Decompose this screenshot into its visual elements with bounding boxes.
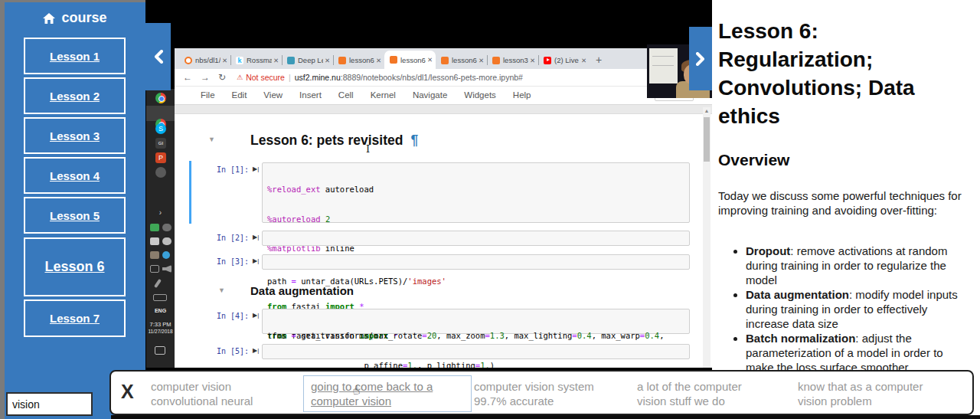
- notebook-toolbar-strip: [175, 104, 712, 114]
- tab-close-icon[interactable]: ✕: [427, 56, 433, 64]
- notebook-scrollbar[interactable]: ▲: [703, 107, 710, 368]
- tab-nbs-dl1[interactable]: nbs/dl1/ ✕: [179, 51, 230, 69]
- transcript-result-2-hovered[interactable]: going to come back to acomputer vision: [303, 375, 472, 412]
- code-cell-5[interactable]: doc(get_transforms): [262, 344, 690, 359]
- bullet-data-augmentation: Data augmentation: modify model inputs d…: [746, 287, 962, 331]
- tray-pen-icon[interactable]: [154, 279, 162, 288]
- sidebar-item-lesson-4[interactable]: Lesson 4: [24, 157, 126, 194]
- steam-icon[interactable]: [155, 167, 166, 178]
- transcript-result-3[interactable]: computer vision system99.7% accurate: [474, 379, 594, 408]
- address-bar[interactable]: usf2.mine.nu: [295, 73, 341, 82]
- tab-close-icon[interactable]: ✕: [530, 57, 535, 64]
- tab-rossmann[interactable]: k Rossmann ✕: [230, 51, 282, 69]
- tray-volume-icon[interactable]: [162, 265, 172, 273]
- language-indicator[interactable]: ENG: [146, 308, 175, 313]
- reload-icon[interactable]: ↻: [218, 72, 226, 83]
- transcript-search-input[interactable]: [6, 392, 93, 416]
- tab-close-icon[interactable]: ✕: [222, 57, 227, 64]
- cell-prompt: In [3]:: [217, 257, 249, 266]
- tray-app-icon[interactable]: [150, 251, 159, 259]
- tray-monitor-icon[interactable]: [150, 265, 159, 273]
- run-cell-icon[interactable]: ▶|: [253, 165, 259, 172]
- tray-app-green-icon[interactable]: [150, 224, 159, 231]
- overview-intro: Today we discuss some powerful technique…: [718, 188, 974, 218]
- notification-center-icon[interactable]: [155, 346, 165, 355]
- tray-cloud2-icon[interactable]: [162, 237, 172, 245]
- run-cell-icon[interactable]: ▶|: [253, 234, 259, 241]
- tab-youtube-live[interactable]: (2) Live Ev ✕: [538, 51, 590, 69]
- tab-close-icon[interactable]: ✕: [273, 57, 279, 64]
- forward-icon[interactable]: →: [201, 72, 210, 83]
- address-bar-path[interactable]: :8889/notebooks/nbs/dl1/lesson6-pets-mor…: [341, 73, 523, 82]
- not-secure-label[interactable]: Not secure: [246, 73, 285, 82]
- menu-edit[interactable]: Edit: [232, 90, 247, 100]
- menu-cell[interactable]: Cell: [338, 90, 354, 100]
- menu-insert[interactable]: Insert: [299, 90, 322, 100]
- tab-lesson6-pets-active[interactable]: lesson6-pe ✕: [384, 51, 436, 69]
- sidebar-collapse-button[interactable]: [145, 23, 171, 90]
- menu-file[interactable]: File: [201, 90, 215, 100]
- scrollbar-thumb[interactable]: [704, 117, 710, 162]
- transcript-result-5[interactable]: know that as a computervision problem: [798, 379, 923, 408]
- jupyter-favicon: [390, 56, 397, 64]
- url-divider: |: [289, 73, 291, 82]
- sidebar-item-lesson-7[interactable]: Lesson 7: [24, 300, 126, 337]
- date[interactable]: 11/27/2018: [146, 329, 175, 334]
- skype-icon[interactable]: S: [155, 123, 166, 134]
- scroll-up-icon[interactable]: ▲: [703, 108, 710, 113]
- transcript-result-4[interactable]: a lot of the computervision stuff we do: [637, 379, 742, 408]
- clock[interactable]: 7:33 PM: [146, 321, 175, 328]
- cell-prompt: In [2]:: [217, 234, 249, 242]
- menu-view[interactable]: View: [263, 90, 283, 100]
- tray-photos-icon[interactable]: [150, 237, 159, 245]
- menu-kernel[interactable]: Kernel: [371, 90, 396, 100]
- run-cell-icon[interactable]: ▶|: [253, 257, 259, 264]
- lesson-title: Lesson 6: Regularization; Convolutions; …: [718, 17, 975, 130]
- tray-network-icon[interactable]: [162, 251, 170, 259]
- tab-lesson3-ca[interactable]: lesson3-ca ✕: [487, 51, 538, 69]
- jupyter-favicon: [492, 57, 500, 64]
- sidebar-item-lesson-1[interactable]: Lesson 1: [24, 38, 126, 74]
- tab-close-icon[interactable]: ✕: [581, 57, 586, 64]
- windows-taskbar: S GI P › ENG 7:33 PM 11/27/2018: [146, 89, 175, 368]
- sidebar-item-lesson-6-active[interactable]: Lesson 6: [24, 237, 126, 296]
- tray-expand-icon[interactable]: ›: [146, 208, 175, 217]
- sidebar-item-lesson-2[interactable]: Lesson 2: [24, 77, 126, 114]
- code-cell-3[interactable]: path = untar_data(URLs.PETS)/'images': [262, 254, 690, 270]
- sidebar-item-lesson-5[interactable]: Lesson 5: [24, 197, 126, 234]
- panel-collapse-button[interactable]: [689, 27, 712, 90]
- tab-strip: nbs/dl1/ ✕ k Rossmann ✕ Deep Lear ✕ less…: [175, 48, 712, 69]
- back-icon[interactable]: ←: [183, 72, 192, 83]
- close-transcript-button[interactable]: X: [121, 381, 134, 403]
- new-tab-button[interactable]: +: [596, 54, 602, 66]
- transcript-result-1[interactable]: computer visionconvolutional neural: [151, 379, 253, 408]
- app-dark-icon[interactable]: GI: [155, 138, 166, 149]
- tab-lesson6-ro[interactable]: lesson6-ro ✕: [333, 51, 384, 69]
- jupyter-favicon: [441, 57, 449, 64]
- tab-lesson6-su[interactable]: lesson6-su ✕: [436, 51, 487, 69]
- lesson-video-player[interactable]: S GI P › ENG 7:33 PM 11/27/2018: [145, 0, 712, 419]
- course-title: course: [61, 10, 106, 25]
- code-cell-1[interactable]: %reload_ext autoreload %autoreload 2 %ma…: [262, 162, 690, 223]
- run-cell-icon[interactable]: ▶|: [253, 312, 259, 319]
- sidebar-item-lesson-3[interactable]: Lesson 3: [24, 117, 126, 154]
- code-cell-2[interactable]: bs = 64: [262, 231, 690, 246]
- run-cell-icon[interactable]: ▶|: [253, 347, 259, 354]
- touch-keyboard-icon[interactable]: [153, 294, 167, 301]
- tray-cloud-icon[interactable]: [162, 224, 172, 231]
- tab-close-icon[interactable]: ✕: [479, 57, 484, 64]
- tab-close-icon[interactable]: ✕: [325, 57, 330, 64]
- collapse-heading-icon[interactable]: ▼: [208, 136, 215, 143]
- code-cell-4[interactable]: tfms = get_transforms(max_rotate=20, max…: [262, 309, 690, 334]
- powerpoint-icon[interactable]: P: [155, 152, 166, 163]
- tab-deep-learning[interactable]: Deep Lear ✕: [282, 51, 333, 69]
- tab-close-icon[interactable]: ✕: [376, 57, 381, 64]
- menu-widgets[interactable]: Widgets: [464, 90, 496, 100]
- chrome-icon[interactable]: [155, 93, 166, 103]
- tab-title: (2) Live Ev: [554, 56, 580, 64]
- collapse-heading-icon[interactable]: ▼: [218, 286, 225, 294]
- chevron-left-icon: [154, 50, 163, 64]
- menu-help[interactable]: Help: [513, 90, 531, 100]
- anchor-pilcrow[interactable]: ¶: [410, 133, 418, 148]
- menu-navigate[interactable]: Navigate: [413, 90, 447, 100]
